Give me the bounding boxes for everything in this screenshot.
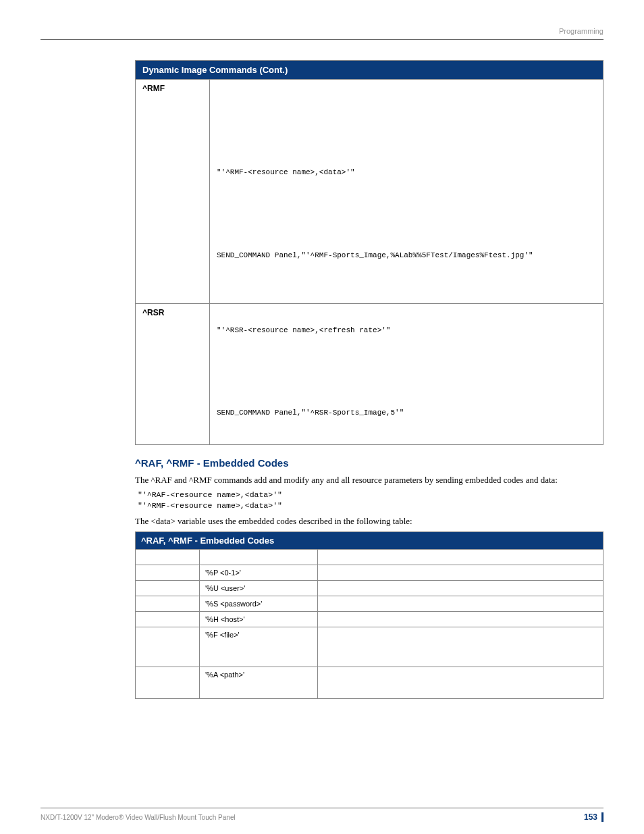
page-number: 153 <box>584 812 603 822</box>
table-row: host '%H <host>' Set Host Name (fully qu… <box>136 612 603 627</box>
rsr-syntax: "'^RSR-<resource name>,<refresh rate>'" <box>217 325 596 336</box>
code-file: '%F <file>' <box>200 627 318 667</box>
section-code2: "'^RMF-<resource name>,<data>'" <box>138 501 603 510</box>
desc-password: Set Password for authentication. <box>318 596 603 612</box>
rsr-example: SEND_COMMAND Panel,"'^RSR-Sports_Image,5… <box>217 407 596 419</box>
header-section-label: Programming <box>41 27 603 35</box>
table-row: protocol '%P <0-1>' Set protocol. HTTP (… <box>136 565 603 581</box>
rmf-vars-label: Variables: <box>217 184 596 195</box>
code-protocol: '%P <0-1>' <box>200 565 318 581</box>
desc-host: Set Host Name (fully qualified DNS or IP… <box>318 612 603 627</box>
rmf-body1: Modify any and all resource parameters b… <box>217 84 596 118</box>
section-p1: The ^RAF and ^RMF commands add and modif… <box>135 474 603 486</box>
rmf-syntax-label: Syntax: <box>217 151 596 162</box>
desc-user: Set Username for authentication. <box>318 581 603 596</box>
code-path: '%A <path>' <box>200 667 318 699</box>
dynamic-image-commands-table: Dynamic Image Commands (Cont.) ^RMF Modi… <box>135 60 603 445</box>
section-heading-embedded-codes: ^RAF, ^RMF - Embedded Codes <box>135 457 603 469</box>
th-embedded-code: Embedded Code <box>200 550 318 565</box>
cmd-desc-rsr: Change the refresh rate for a given reso… <box>142 317 203 346</box>
rmf-note: Note that the %%5F in the file path is a… <box>217 283 596 294</box>
section-code1: "'^RAF-<resource name>,<data>'" <box>138 490 603 499</box>
th-parameter: Parameter <box>136 550 200 565</box>
param-protocol: protocol <box>136 565 200 581</box>
footer-product: NXD/T-1200V 12" Modero® Video Wall/Flush… <box>41 814 236 821</box>
table-row: path '%A <path>' Set Directory path. The… <box>136 667 603 699</box>
header-rule <box>41 39 603 40</box>
footer-rule <box>41 808 603 808</box>
code-user: '%U <user>' <box>200 581 318 596</box>
rsr-var2: • refresh rate = Measured in seconds. <box>217 374 596 386</box>
table-row: file '%F <file>' Full path to the locati… <box>136 627 603 667</box>
section-p2: The <data> variable uses the embedded co… <box>135 515 603 527</box>
rmf-var1: • resource name = 1 - 50 ASCII character… <box>217 200 596 211</box>
rmf-example-label: Example: <box>217 233 596 244</box>
code-password: '%S <password>' <box>200 596 318 612</box>
param-host: host <box>136 612 200 627</box>
rmf-body2: The file name field (indicated by a %F e… <box>217 123 596 145</box>
desc-path: Set Directory path. The path must be a v… <box>318 667 603 699</box>
rsr-vars-label: Variables: <box>217 341 596 353</box>
cmd-desc-rmf: Modify an existing resource. <box>142 93 203 122</box>
cmd-name-rmf: ^RMF <box>142 84 203 93</box>
rsr-var1: • resource name = 1 - 50 ASCII character… <box>217 358 596 369</box>
rsr-syntax-label: Syntax: <box>217 308 596 319</box>
table-row: user '%U <user>' Set Username for authen… <box>136 581 603 596</box>
table2-title: ^RAF, ^RMF - Embedded Codes <box>136 532 603 550</box>
table-row: password '%S <password>' Set Password fo… <box>136 596 603 612</box>
desc-protocol: Set protocol. HTTP (0) or FTP (1). <box>318 565 603 581</box>
table-row: ^RMF Modify an existing resource. Modify… <box>136 80 603 304</box>
rmf-syntax: "'^RMF-<resource name>,<data>'" <box>217 167 596 178</box>
rsr-example-label: Example: <box>217 391 596 402</box>
rmf-var2: • data = Refers to the embedded codes, s… <box>217 217 596 228</box>
page-footer: NXD/T-1200V 12" Modero® Video Wall/Flush… <box>41 808 603 822</box>
th-description: Description <box>318 550 603 565</box>
table-row: ^RSR Change the refresh rate for a given… <box>136 304 603 445</box>
rsr-trail: Sets the refresh rate to 5 seconds for t… <box>217 424 596 436</box>
desc-file: Full path to the location of the file or… <box>318 627 603 667</box>
code-host: '%H <host>' <box>200 612 318 627</box>
rmf-trail: Changes the resource 'Sports_Image' file… <box>217 266 596 278</box>
cmd-name-rsr: ^RSR <box>142 308 203 317</box>
param-user: user <box>136 581 200 596</box>
rmf-example: SEND_COMMAND Panel,"'^RMF-Sports_Image,%… <box>217 250 596 261</box>
table1-title: Dynamic Image Commands (Cont.) <box>136 61 603 80</box>
param-file: file <box>136 627 200 667</box>
param-path: path <box>136 667 200 699</box>
param-password: password <box>136 596 200 612</box>
embedded-codes-table: ^RAF, ^RMF - Embedded Codes Parameter Em… <box>135 531 603 699</box>
table2-head-row: Parameter Embedded Code Description <box>136 550 603 565</box>
